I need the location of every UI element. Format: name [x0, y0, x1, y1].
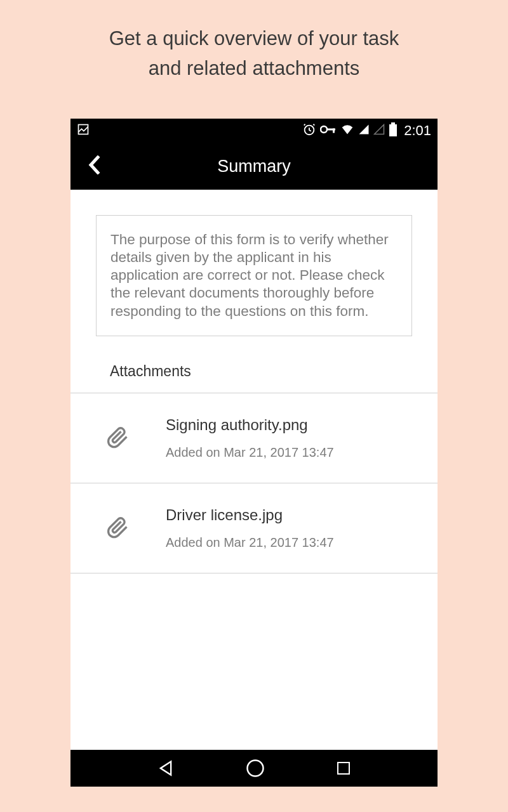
attachment-text: Signing authority.png Added on Mar 21, 2…	[166, 416, 438, 460]
svg-point-7	[248, 761, 264, 776]
svg-point-2	[321, 126, 327, 133]
attachments-label: Attachments	[110, 363, 438, 380]
key-icon	[320, 123, 337, 138]
image-icon	[77, 123, 90, 138]
phone-frame: 2:01 Summary The purpose of this form is…	[70, 119, 438, 787]
promo-text: Get a quick overview of your task and re…	[0, 0, 508, 83]
nav-recents-button[interactable]	[336, 761, 351, 776]
svg-rect-8	[338, 763, 349, 774]
svg-rect-4	[333, 129, 335, 133]
paperclip-icon	[70, 516, 166, 539]
attachment-date: Added on Mar 21, 2017 13:47	[166, 535, 438, 550]
status-bar: 2:01	[70, 119, 438, 143]
wifi-icon	[340, 123, 354, 138]
description-box: The purpose of this form is to verify wh…	[96, 215, 412, 336]
nav-home-button[interactable]	[246, 759, 265, 778]
back-button[interactable]	[70, 155, 119, 177]
alarm-icon	[302, 122, 316, 139]
battery-icon	[389, 122, 398, 139]
content-area: The purpose of this form is to verify wh…	[70, 190, 438, 750]
paperclip-icon	[70, 426, 166, 449]
attachment-row[interactable]: Driver license.jpg Added on Mar 21, 2017…	[70, 483, 438, 573]
signal-icon-1	[358, 124, 370, 138]
status-time: 2:01	[404, 122, 431, 139]
navigation-bar	[70, 750, 438, 787]
nav-back-button[interactable]	[157, 759, 175, 777]
svg-rect-0	[79, 125, 88, 134]
svg-rect-6	[389, 124, 397, 136]
attachment-name: Signing authority.png	[166, 416, 438, 434]
page-title: Summary	[70, 157, 438, 176]
attachment-row[interactable]: Signing authority.png Added on Mar 21, 2…	[70, 393, 438, 483]
attachment-name: Driver license.jpg	[166, 506, 438, 524]
app-bar: Summary	[70, 143, 438, 190]
svg-rect-5	[391, 122, 395, 124]
signal-icon-2	[373, 124, 385, 138]
status-left	[77, 123, 90, 138]
attachment-text: Driver license.jpg Added on Mar 21, 2017…	[166, 506, 438, 550]
promo-line-1: Get a quick overview of your task	[0, 24, 508, 54]
status-right: 2:01	[302, 122, 431, 139]
attachment-date: Added on Mar 21, 2017 13:47	[166, 445, 438, 460]
promo-line-2: and related attachments	[0, 54, 508, 84]
